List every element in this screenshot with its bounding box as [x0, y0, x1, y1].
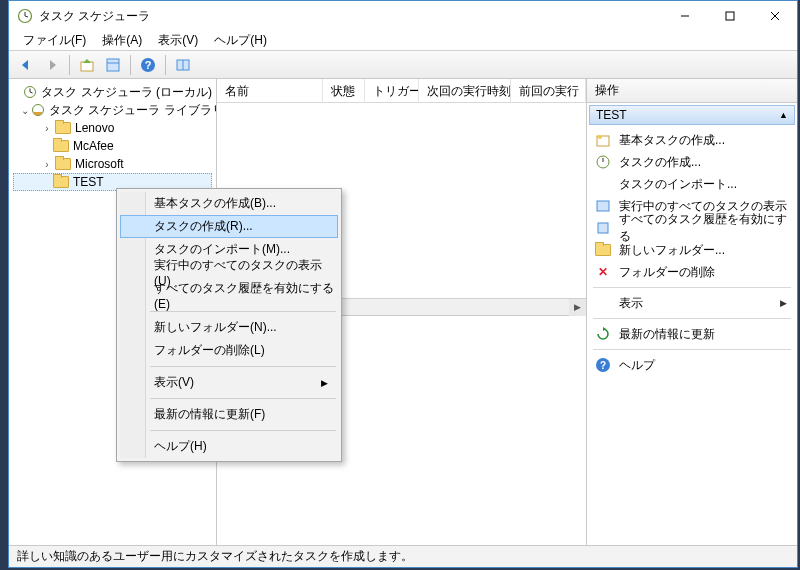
ctx-enable-history[interactable]: すべてのタスク履歴を有効にする(E) — [120, 284, 338, 307]
menu-help[interactable]: ヘルプ(H) — [210, 32, 271, 49]
action-label: フォルダーの削除 — [619, 264, 715, 281]
status-text: 詳しい知識のあるユーザー用にカスタマイズされたタスクを作成します。 — [17, 548, 413, 565]
separator — [593, 349, 791, 350]
tree-item-label: Lenovo — [75, 121, 114, 135]
action-view[interactable]: 表示▶ — [593, 292, 791, 314]
ctx-label: フォルダーの削除(L) — [154, 342, 265, 359]
ctx-label: 最新の情報に更新(F) — [154, 406, 265, 423]
menu-file[interactable]: ファイル(F) — [19, 32, 90, 49]
titlebar: タスク スケジューラ — [9, 1, 797, 31]
expand-icon[interactable]: › — [41, 123, 53, 134]
ctx-create-task[interactable]: タスクの作成(R)... — [120, 215, 338, 238]
tree-item-lenovo[interactable]: › Lenovo — [13, 119, 212, 137]
menubar: ファイル(F) 操作(A) 表示(V) ヘルプ(H) — [9, 31, 797, 51]
collapse-icon[interactable]: ⌄ — [21, 105, 29, 116]
svg-text:?: ? — [145, 59, 152, 71]
submenu-icon: ▶ — [780, 298, 791, 308]
folder-icon — [53, 176, 69, 188]
ctx-label: タスクの作成(R)... — [154, 218, 253, 235]
svg-text:?: ? — [600, 360, 606, 371]
separator — [150, 398, 336, 399]
tree-library-label: タスク スケジューラ ライブラリ — [49, 102, 217, 119]
clock-icon — [17, 8, 33, 24]
action-label: 最新の情報に更新 — [619, 326, 715, 343]
actions-subheader-label: TEST — [596, 108, 627, 122]
window-title: タスク スケジューラ — [39, 8, 662, 25]
ctx-label: 表示(V) — [154, 374, 194, 391]
action-import[interactable]: タスクのインポート... — [593, 173, 791, 195]
actions-pane: 操作 TEST ▲ 基本タスクの作成... タスクの作成... タスクのインポー… — [587, 79, 797, 545]
maximize-button[interactable] — [707, 1, 752, 31]
action-create-task[interactable]: タスクの作成... — [593, 151, 791, 173]
svg-rect-8 — [107, 59, 119, 71]
delete-icon: ✕ — [595, 264, 611, 280]
context-menu: 基本タスクの作成(B)... タスクの作成(R)... タスクのインポート(M)… — [116, 188, 342, 462]
svg-rect-23 — [597, 201, 609, 211]
ctx-label: タスクのインポート(M)... — [154, 241, 290, 258]
history-icon — [595, 220, 611, 236]
action-create-basic[interactable]: 基本タスクの作成... — [593, 129, 791, 151]
action-label: 新しいフォルダー... — [619, 242, 725, 259]
action-refresh[interactable]: 最新の情報に更新 — [593, 323, 791, 345]
expand-icon[interactable]: › — [41, 159, 53, 170]
tree-item-microsoft[interactable]: › Microsoft — [13, 155, 212, 173]
ctx-delete-folder[interactable]: フォルダーの削除(L) — [120, 339, 338, 362]
ctx-label: 新しいフォルダー(N)... — [154, 319, 277, 336]
tree-root-label: タスク スケジューラ (ローカル) — [41, 84, 212, 101]
col-name[interactable]: 名前 — [217, 79, 323, 103]
menu-view[interactable]: 表示(V) — [154, 32, 202, 49]
ctx-create-basic[interactable]: 基本タスクの作成(B)... — [120, 192, 338, 215]
ctx-help[interactable]: ヘルプ(H) — [120, 435, 338, 458]
ctx-label: ヘルプ(H) — [154, 438, 207, 455]
tree-root[interactable]: タスク スケジューラ (ローカル) — [13, 83, 212, 101]
tree-item-mcafee[interactable]: McAfee — [13, 137, 212, 155]
svg-rect-7 — [81, 62, 93, 71]
minimize-button[interactable] — [662, 1, 707, 31]
action-help[interactable]: ?ヘルプ — [593, 354, 791, 376]
toolbar-separator — [130, 55, 131, 75]
actions-subheader[interactable]: TEST ▲ — [589, 105, 795, 125]
window-controls — [662, 1, 797, 31]
ctx-label: 基本タスクの作成(B)... — [154, 195, 276, 212]
status-bar: 詳しい知識のあるユーザー用にカスタマイズされたタスクを作成します。 — [9, 545, 797, 567]
folder-icon — [55, 158, 71, 170]
wizard-icon — [595, 132, 611, 148]
action-label: 基本タスクの作成... — [619, 132, 725, 149]
scroll-right-icon[interactable]: ▶ — [569, 299, 586, 316]
toolbar-separator — [165, 55, 166, 75]
col-trigger[interactable]: トリガー — [365, 79, 419, 103]
ctx-view[interactable]: 表示(V)▶ — [120, 371, 338, 394]
action-label: すべてのタスク履歴を有効にする — [619, 211, 791, 245]
panes-icon[interactable] — [172, 54, 194, 76]
separator — [593, 287, 791, 288]
folder-icon — [53, 140, 69, 152]
col-state[interactable]: 状態 — [323, 79, 365, 103]
up-icon[interactable] — [76, 54, 98, 76]
ctx-refresh[interactable]: 最新の情報に更新(F) — [120, 403, 338, 426]
separator — [593, 318, 791, 319]
help-icon[interactable]: ? — [137, 54, 159, 76]
action-label: タスクの作成... — [619, 154, 701, 171]
svg-point-20 — [598, 135, 602, 139]
ctx-new-folder[interactable]: 新しいフォルダー(N)... — [120, 316, 338, 339]
menu-action[interactable]: 操作(A) — [98, 32, 146, 49]
close-button[interactable] — [752, 1, 797, 31]
help-icon: ? — [595, 357, 611, 373]
svg-rect-4 — [726, 12, 734, 20]
tree-library[interactable]: ⌄ タスク スケジューラ ライブラリ — [13, 101, 212, 119]
action-label: ヘルプ — [619, 357, 655, 374]
refresh-icon — [595, 326, 611, 342]
library-icon — [31, 103, 45, 117]
forward-button[interactable] — [41, 54, 63, 76]
tree-item-label: McAfee — [73, 139, 114, 153]
folder-icon — [55, 122, 71, 134]
action-delete-folder[interactable]: ✕フォルダーの削除 — [593, 261, 791, 283]
separator — [150, 366, 336, 367]
properties-icon[interactable] — [102, 54, 124, 76]
ctx-label: すべてのタスク履歴を有効にする(E) — [154, 280, 338, 311]
collapse-icon: ▲ — [779, 110, 788, 120]
back-button[interactable] — [15, 54, 37, 76]
col-last[interactable]: 前回の実行 — [511, 79, 586, 103]
action-enable-history[interactable]: すべてのタスク履歴を有効にする — [593, 217, 791, 239]
col-next[interactable]: 次回の実行時刻 — [419, 79, 511, 103]
